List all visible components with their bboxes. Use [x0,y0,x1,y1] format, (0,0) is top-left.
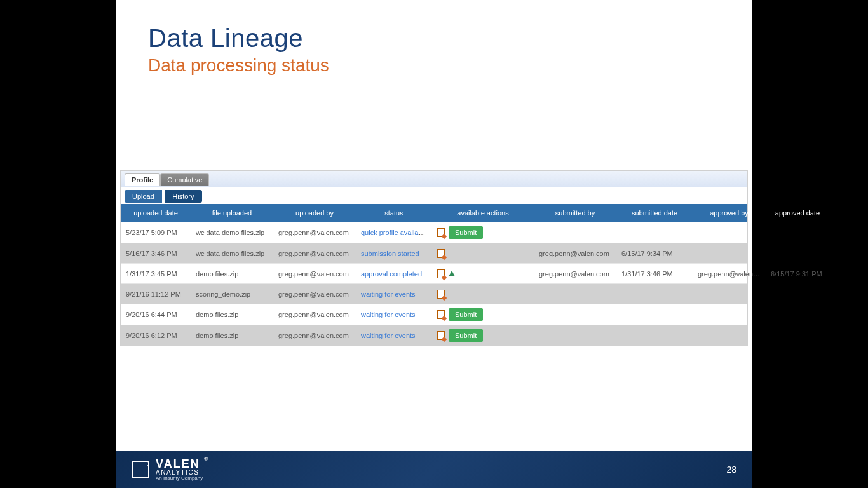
title-block: Data Lineage Data processing status [148,24,329,76]
logo-text: VALEN® ANALYTICS An Insurity Company [156,458,203,481]
cell-status: quick profile available [356,225,432,240]
col-uploaded-by: uploaded by [273,209,356,217]
col-status: status [356,209,432,217]
cell-status: approval completed [356,266,432,281]
cell-actions: Submit [432,304,534,325]
cell-actions [432,245,534,262]
cell-uploaded-by: greg.penn@valen.com [273,287,356,302]
table-row: 9/20/16 6:44 PMdemo files.zipgreg.penn@v… [121,304,747,325]
cell-uploaded-date: 5/16/17 3:46 PM [121,246,191,261]
cell-uploaded-date: 9/21/16 11:12 PM [121,287,191,302]
cell-file-uploaded: demo files.zip [191,328,273,343]
table-header: uploaded date file uploaded uploaded by … [121,204,747,222]
cell-approved-date [766,311,829,318]
col-approved-date: approved date [766,209,829,217]
edit-icon[interactable] [437,331,445,340]
cell-uploaded-date: 1/31/17 3:45 PM [121,266,191,281]
cell-uploaded-date: 9/20/16 6:12 PM [121,328,191,343]
table-body: 5/23/17 5:09 PMwc data demo files.zipgre… [121,222,747,346]
cell-status: waiting for events [356,287,432,302]
cell-approved-by [693,250,766,257]
tab-profile[interactable]: Profile [125,173,160,186]
cell-approved-by [693,332,766,339]
status-link[interactable]: waiting for events [361,332,416,339]
cell-approved-date [766,290,829,298]
status-link[interactable]: quick profile available [361,229,428,236]
page-number: 28 [726,464,736,475]
submit-button[interactable]: Submit [449,226,483,239]
cell-approved-date: 6/15/17 9:31 PM [766,266,829,281]
cell-uploaded-by: greg.penn@valen.com [273,328,356,343]
edit-icon[interactable] [437,269,445,278]
status-link[interactable]: waiting for events [361,311,416,318]
cell-status: submission started [356,246,432,261]
slide-footer: VALEN® ANALYTICS An Insurity Company 28 [116,451,752,488]
cell-status: waiting for events [356,328,432,343]
cell-file-uploaded: demo files.zip [191,266,273,281]
cell-approved-by [693,311,766,318]
presentation-stage: Data Lineage Data processing status Prof… [0,0,868,488]
cell-submitted-by: greg.penn@valen.com [534,246,616,261]
col-approved-by: approved by [693,209,766,217]
col-file-uploaded: file uploaded [191,209,273,217]
col-available-actions: available actions [432,209,534,217]
status-link[interactable]: approval completed [361,270,422,278]
brand-reg: ® [204,457,209,462]
cell-submitted-by [534,229,616,236]
cell-uploaded-by: greg.penn@valen.com [273,266,356,281]
tab-cumulative[interactable]: Cumulative [160,173,209,186]
status-link[interactable]: waiting for events [361,290,416,298]
cell-submitted-date: 1/31/17 3:46 PM [616,266,693,281]
cell-approved-by [693,229,766,236]
cell-submitted-by [534,332,616,339]
cell-approved-date [766,250,829,257]
slide-title: Data Lineage [148,24,329,53]
brand-logo: VALEN® ANALYTICS An Insurity Company [132,458,203,481]
brand-word: VALEN [156,458,200,470]
cell-uploaded-by: greg.penn@valen.com [273,225,356,240]
status-link[interactable]: submission started [361,250,419,257]
submit-button[interactable]: Submit [449,329,483,342]
top-tabbar: Profile Cumulative [121,171,747,187]
edit-icon[interactable] [437,290,445,299]
approve-icon[interactable] [449,271,455,276]
cell-approved-date [766,332,829,339]
cell-submitted-by [534,311,616,318]
cell-actions [432,286,534,302]
cell-file-uploaded: scoring_demo.zip [191,287,273,302]
cell-submitted-date: 6/15/17 9:34 PM [616,246,693,261]
cell-submitted-date [616,229,693,236]
cell-actions [432,266,534,282]
cell-submitted-date [616,332,693,339]
cell-actions: Submit [432,222,534,243]
cell-file-uploaded: wc data demo files.zip [191,246,273,261]
cell-file-uploaded: wc data demo files.zip [191,225,273,240]
edit-icon[interactable] [437,249,445,258]
brand-byline: An Insurity Company [156,476,203,481]
col-submitted-date: submitted date [616,209,693,217]
table-row: 9/20/16 6:12 PMdemo files.zipgreg.penn@v… [121,325,747,346]
edit-icon[interactable] [437,310,445,319]
cell-approved-by: greg.penn@valen.com [693,266,766,281]
table-row: 9/21/16 11:12 PMscoring_demo.zipgreg.pen… [121,283,747,304]
cell-submitted-by: greg.penn@valen.com [534,266,616,281]
slide: Data Lineage Data processing status Prof… [116,0,752,488]
edit-icon[interactable] [437,228,445,237]
brand-name: VALEN® [156,458,203,470]
subtab-upload[interactable]: Upload [125,190,162,203]
table-row: 5/16/17 3:46 PMwc data demo files.zipgre… [121,243,747,263]
cell-approved-date [766,229,829,236]
col-submitted-by: submitted by [534,209,616,217]
table-row: 1/31/17 3:45 PMdemo files.zipgreg.penn@v… [121,263,747,283]
cell-file-uploaded: demo files.zip [191,307,273,322]
subtab-history[interactable]: History [165,190,201,203]
cell-submitted-date [616,290,693,298]
cell-approved-by [693,290,766,298]
cell-uploaded-by: greg.penn@valen.com [273,307,356,322]
table-row: 5/23/17 5:09 PMwc data demo files.zipgre… [121,222,747,243]
submit-button[interactable]: Submit [449,308,483,321]
data-processing-app: Profile Cumulative Upload History upload… [120,170,748,346]
cell-submitted-date [616,311,693,318]
cell-uploaded-date: 5/23/17 5:09 PM [121,225,191,240]
cell-actions: Submit [432,325,534,346]
